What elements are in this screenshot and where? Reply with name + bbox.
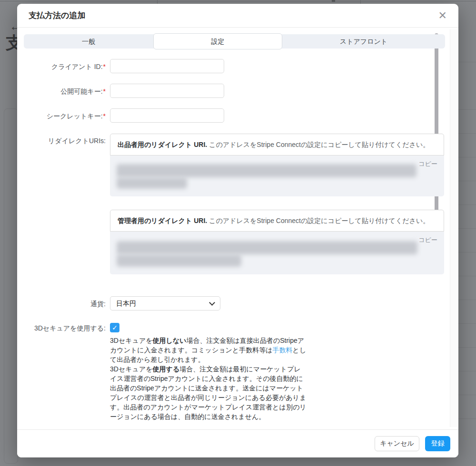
background-column-divider — [360, 0, 361, 4]
background-panel — [4, 108, 18, 464]
add-payment-method-modal: 支払方法の追加 ✕ 一般 設定 ストアフロント クライアント ID:* 公開可能… — [17, 4, 458, 457]
background-row-line — [458, 371, 476, 371]
modal-body: 一般 設定 ストアフロント クライアント ID:* 公開可能キー:* シークレッ… — [17, 28, 458, 429]
background-row-line — [458, 62, 476, 62]
client-id-label: クライアント ID:* — [24, 63, 106, 71]
fees-link[interactable]: 手数料 — [273, 346, 293, 354]
vendor-redirect-uri-value: コピー — [110, 155, 444, 196]
secure3d-checkbox[interactable]: ✓ — [110, 323, 119, 332]
description-text: 3Dセキュアを — [110, 365, 153, 373]
vendor-redirect-uri-box: 出品者用のリダイレクト URI. このアドレスをStripe Connectの設… — [110, 134, 444, 196]
publishable-key-input[interactable] — [110, 84, 224, 98]
tab-storefront[interactable]: ストアフロント — [282, 34, 445, 49]
secure3d-description: 3Dセキュアを使用しない場合、注文金額は直接出品者のStripeアカウントに入金… — [110, 336, 307, 421]
modal-footer: キャンセル 登録 — [17, 429, 458, 457]
description-text: 3Dセキュアを — [110, 337, 153, 344]
scrollbar-track[interactable] — [450, 29, 457, 427]
description-text: 使用しない — [153, 337, 187, 344]
redirect-uris-label: リダイレクトURIs: — [24, 137, 106, 146]
admin-redirect-uri-heading: 管理者用のリダイレクト URI. このアドレスをStripe Connectの設… — [110, 210, 444, 232]
admin-redirect-uri-box: 管理者用のリダイレクト URI. このアドレスをStripe Connectの設… — [110, 210, 444, 274]
description-text: 使用する — [153, 365, 180, 373]
background-row-line — [458, 418, 476, 419]
background-row-line — [458, 323, 476, 324]
submit-button[interactable]: 登録 — [425, 436, 450, 451]
client-id-label-text: クライアント ID: — [51, 63, 103, 70]
redacted-uri-blur — [117, 241, 417, 254]
modal-title: 支払方法の追加 — [29, 4, 85, 27]
secret-key-input[interactable] — [110, 108, 224, 123]
background-row-line — [458, 133, 476, 134]
background-table-line — [0, 1, 476, 1]
copy-button[interactable]: コピー — [418, 160, 437, 168]
close-icon[interactable]: ✕ — [438, 10, 447, 22]
background-column-divider — [157, 0, 158, 4]
background-row-line — [458, 300, 476, 300]
required-asterisk: * — [103, 112, 106, 120]
currency-selected-value: 日本円 — [116, 300, 136, 307]
publishable-key-label-text: 公開可能キー: — [60, 87, 102, 95]
background-row-line — [458, 157, 476, 157]
screen: ← 支 支払方法の追加 ✕ 一般 設定 ストアフロント クライアント ID:* … — [0, 0, 476, 466]
vendor-redirect-uri-heading: 出品者用のリダイレクト URI. このアドレスをStripe Connectの設… — [110, 134, 444, 155]
background-row-line — [458, 276, 476, 276]
admin-uri-heading-bold: 管理者用のリダイレクト URI. — [118, 217, 207, 224]
background-row-line — [458, 347, 476, 348]
chevron-down-icon — [209, 300, 215, 306]
background-row-line — [458, 181, 476, 181]
description-text: 場合、注文金額は最初にマーケットプレイス運営者のStripeアカウントに入金され… — [110, 365, 307, 420]
required-asterisk: * — [103, 87, 106, 95]
background-sort-icon — [332, 0, 335, 2]
secret-key-label-text: シークレットキー: — [47, 112, 103, 120]
tab-general[interactable]: 一般 — [24, 34, 153, 49]
admin-uri-heading-rest: このアドレスをStripe Connectの設定にコピーして貼り付けてください。 — [207, 217, 429, 224]
background-row-line — [458, 395, 476, 395]
redacted-uri-blur — [117, 164, 416, 177]
vendor-uri-heading-rest: このアドレスをStripe Connectの設定にコピーして貼り付けてください。 — [207, 141, 429, 148]
secure3d-label: 3Dセキュアを使用する: — [24, 324, 106, 333]
publishable-key-label: 公開可能キー:* — [24, 87, 106, 96]
tab-settings[interactable]: 設定 — [153, 33, 282, 49]
redacted-uri-blur — [117, 254, 241, 267]
secret-key-label: シークレットキー:* — [24, 112, 106, 121]
copy-button[interactable]: コピー — [418, 236, 437, 244]
required-asterisk: * — [103, 63, 106, 70]
background-row-line — [458, 252, 476, 252]
vendor-uri-heading-bold: 出品者用のリダイレクト URI. — [118, 141, 207, 148]
modal-header: 支払方法の追加 ✕ — [17, 4, 458, 28]
cancel-button[interactable]: キャンセル — [375, 436, 419, 451]
admin-redirect-uri-value: コピー — [110, 232, 444, 274]
currency-select[interactable]: 日本円 — [110, 296, 220, 311]
currency-label: 通貨: — [24, 300, 106, 309]
background-row-line — [458, 204, 476, 205]
background-row-line — [458, 228, 476, 229]
tab-bar: 一般 設定 ストアフロント — [24, 34, 445, 49]
client-id-input[interactable] — [110, 59, 224, 73]
redacted-uri-blur — [117, 177, 187, 189]
background-row-line — [458, 109, 476, 110]
